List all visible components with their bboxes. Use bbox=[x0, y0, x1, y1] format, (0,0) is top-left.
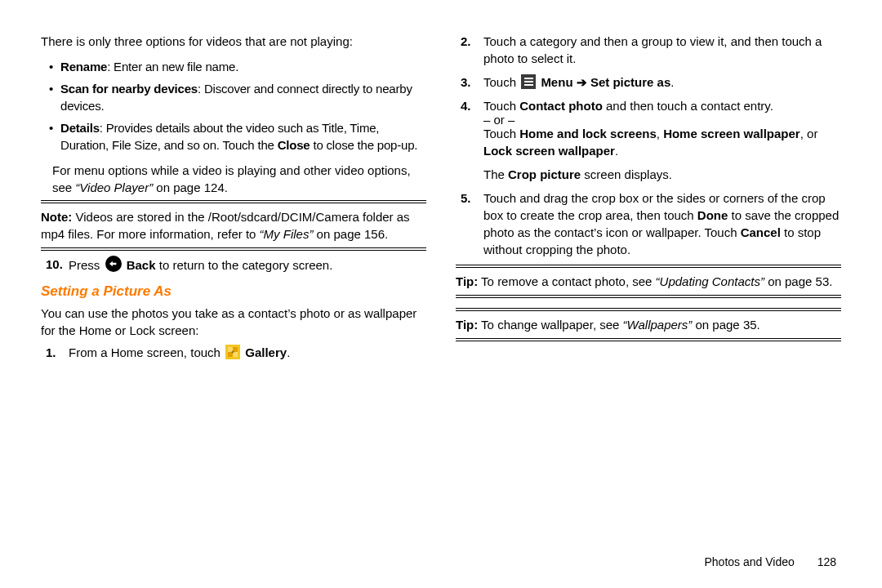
footer-section: Photos and Video bbox=[704, 555, 794, 568]
footer-page-number: 128 bbox=[817, 555, 836, 568]
bullet-scan: Scan for nearby devices: Discover and co… bbox=[52, 80, 426, 114]
step-4: 4. Touch Contact photo and then touch a … bbox=[456, 97, 841, 183]
step-5: 5. Touch and drag the crop box or the si… bbox=[456, 189, 841, 258]
step-3: 3. Touch Menu ➔ Set picture as. bbox=[456, 74, 841, 91]
bullet-rename: Rename: Enter an new file name. bbox=[52, 58, 426, 75]
crop-picture-line: The Crop picture screen displays. bbox=[483, 166, 841, 183]
intro-text: There is only three options for videos t… bbox=[41, 33, 426, 50]
bullet-details: Details: Provides details about the vide… bbox=[52, 119, 426, 154]
tip-wallpaper: Tip: To change wallpaper, see “Wallpaper… bbox=[456, 316, 841, 333]
menu-icon bbox=[521, 74, 536, 89]
step-1: 1. From a Home screen, touch Gallery. bbox=[41, 344, 426, 361]
back-icon bbox=[105, 256, 122, 272]
note-block: Note: Videos are stored in the /Root/sdc… bbox=[41, 208, 426, 243]
step-4-alt: Touch Home and lock screens, Home screen… bbox=[483, 125, 841, 159]
tip-contact-photo: Tip: To remove a contact photo, see “Upd… bbox=[456, 273, 841, 290]
section-intro: You can use the photos you take as a con… bbox=[41, 305, 426, 339]
page-footer: Photos and Video 128 bbox=[0, 555, 882, 568]
step-2: 2. Touch a category and then a group to … bbox=[456, 33, 841, 67]
right-column: 2. Touch a category and then a group to … bbox=[456, 33, 841, 523]
option-bullet-list: Rename: Enter an new file name. Scan for… bbox=[41, 58, 426, 154]
left-column: There is only three options for videos t… bbox=[41, 33, 426, 523]
section-title-setting-picture-as: Setting a Picture As bbox=[41, 282, 426, 301]
step-10: 10. Press Back to return to the category… bbox=[41, 256, 426, 274]
after-bullets-text: For menu options while a video is playin… bbox=[41, 162, 426, 196]
gallery-icon bbox=[225, 345, 240, 359]
